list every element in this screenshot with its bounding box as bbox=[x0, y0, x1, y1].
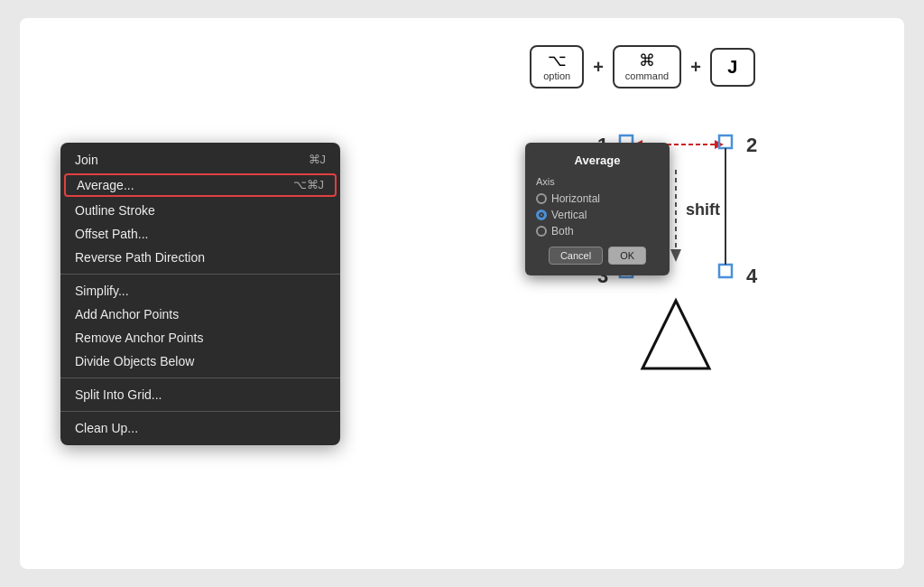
dialog-title: Average bbox=[536, 154, 659, 167]
radio-vertical-label: Vertical bbox=[551, 209, 587, 221]
menu-item-outline-stroke[interactable]: Outline Stroke bbox=[60, 199, 340, 222]
menu-item-split-grid[interactable]: Split Into Grid... bbox=[60, 383, 340, 406]
ok-button[interactable]: OK bbox=[608, 247, 646, 265]
menu-item-reverse-path-label: Reverse Path Direction bbox=[75, 250, 205, 265]
dialog-axis-label: Axis bbox=[536, 176, 659, 187]
point-4-label: 4 bbox=[746, 265, 758, 287]
menu-item-average-shortcut: ⌥⌘J bbox=[293, 178, 325, 191]
command-key: ⌘ command bbox=[613, 45, 681, 89]
j-label: J bbox=[727, 57, 737, 78]
point-2-square bbox=[719, 135, 732, 148]
menu-item-remove-anchor-label: Remove Anchor Points bbox=[75, 331, 203, 345]
menu-item-outline-stroke-label: Outline Stroke bbox=[75, 203, 155, 218]
radio-horizontal[interactable]: Horizontal bbox=[536, 192, 659, 205]
radio-horizontal-label: Horizontal bbox=[551, 192, 600, 205]
menu-item-remove-anchor[interactable]: Remove Anchor Points bbox=[60, 326, 340, 349]
menu-item-average-label: Average... bbox=[77, 178, 134, 192]
menu-item-join-shortcut: ⌘J bbox=[309, 153, 327, 166]
option-symbol: ⌥ bbox=[548, 52, 567, 69]
triangle-shape bbox=[642, 301, 709, 368]
menu-item-average[interactable]: Average... ⌥⌘J bbox=[64, 173, 337, 197]
menu-divider-1 bbox=[60, 274, 340, 275]
menu-item-join[interactable]: Join ⌘J bbox=[60, 148, 340, 172]
plus-2: + bbox=[690, 57, 701, 78]
shift-label: shift bbox=[686, 200, 720, 219]
illustration-panel: ⌥ option + ⌘ command + J Average Axis Ho… bbox=[381, 18, 904, 569]
command-label: command bbox=[625, 70, 669, 81]
menu-item-offset-path[interactable]: Offset Path... bbox=[60, 222, 340, 246]
menu-item-cleanup[interactable]: Clean Up... bbox=[60, 416, 340, 440]
dialog-buttons: Cancel OK bbox=[536, 247, 659, 265]
radio-vertical[interactable]: Vertical bbox=[536, 209, 659, 221]
context-menu: Join ⌘J Average... ⌥⌘J Outline Stroke Of… bbox=[60, 143, 340, 445]
radio-both-btn[interactable] bbox=[536, 226, 547, 237]
main-container: Join ⌘J Average... ⌥⌘J Outline Stroke Of… bbox=[20, 18, 904, 569]
shortcut-row: ⌥ option + ⌘ command + J bbox=[530, 45, 755, 89]
menu-item-simplify[interactable]: Simplify... bbox=[60, 279, 340, 303]
plus-1: + bbox=[593, 57, 604, 78]
radio-both-label: Both bbox=[551, 225, 574, 238]
radio-both[interactable]: Both bbox=[536, 225, 659, 238]
diagram-area: Average Axis Horizontal Vertical Both Ca… bbox=[516, 125, 769, 377]
cancel-button[interactable]: Cancel bbox=[549, 247, 603, 265]
option-label: option bbox=[543, 70, 570, 81]
menu-item-split-grid-label: Split Into Grid... bbox=[75, 387, 162, 402]
option-key: ⌥ option bbox=[530, 45, 584, 89]
menu-item-divide-objects-label: Divide Objects Below bbox=[75, 354, 194, 368]
menu-divider-2 bbox=[60, 377, 340, 378]
point-2-label: 2 bbox=[746, 134, 757, 156]
radio-horizontal-btn[interactable] bbox=[536, 193, 547, 204]
average-dialog: Average Axis Horizontal Vertical Both Ca… bbox=[525, 143, 670, 275]
point-4-square bbox=[719, 265, 732, 277]
command-symbol: ⌘ bbox=[639, 52, 655, 69]
radio-vertical-btn[interactable] bbox=[536, 210, 547, 220]
menu-item-reverse-path[interactable]: Reverse Path Direction bbox=[60, 246, 340, 269]
menu-item-offset-path-label: Offset Path... bbox=[75, 227, 148, 241]
down-arrowhead bbox=[670, 249, 681, 262]
j-key: J bbox=[710, 48, 755, 87]
menu-item-join-label: Join bbox=[75, 153, 98, 167]
menu-item-divide-objects[interactable]: Divide Objects Below bbox=[60, 349, 340, 373]
menu-item-add-anchor-label: Add Anchor Points bbox=[75, 307, 179, 321]
menu-item-cleanup-label: Clean Up... bbox=[75, 421, 138, 435]
menu-divider-3 bbox=[60, 411, 340, 412]
menu-item-simplify-label: Simplify... bbox=[75, 284, 129, 298]
menu-item-add-anchor[interactable]: Add Anchor Points bbox=[60, 303, 340, 326]
menu-panel: Join ⌘J Average... ⌥⌘J Outline Stroke Of… bbox=[20, 18, 381, 569]
